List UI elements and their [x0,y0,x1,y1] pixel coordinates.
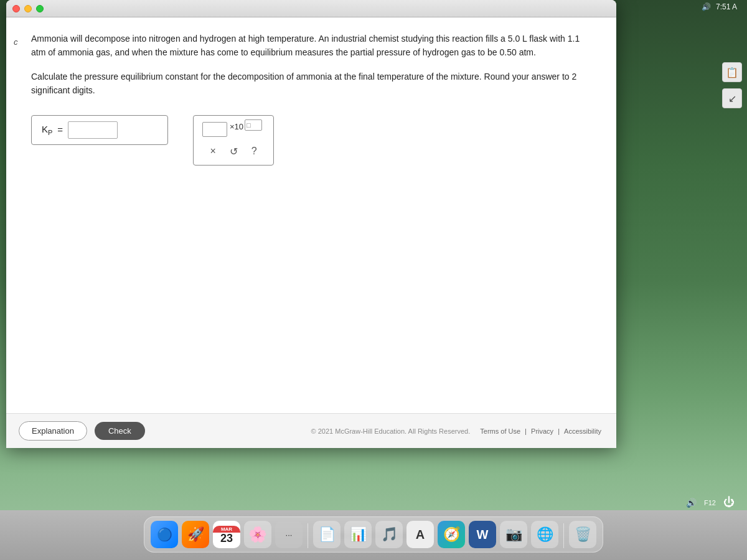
check-button[interactable]: Check [95,422,145,440]
calendar-month: MAR [213,526,240,533]
power-button[interactable]: ⏻ [723,496,735,509]
problem-label: c [14,37,18,47]
dock-item-more[interactable]: ··· [275,521,303,548]
explanation-button[interactable]: Explanation [19,421,87,441]
dock-item-camera[interactable]: 📷 [500,521,527,548]
dock-item-fontbook[interactable]: A [406,521,434,548]
answer-area: KP = ×10 × ↺ ? [31,115,591,166]
kp-subscript: P [48,129,52,136]
copyright-text: © 2021 McGraw-Hill Education. All Rights… [311,427,471,435]
accessibility-link[interactable]: Accessibility [564,427,601,435]
dock-item-chrome[interactable]: 🌐 [531,521,558,548]
window-minimize-button[interactable] [24,5,32,12]
kp-input-container: KP = [31,115,168,145]
sci-clear-button[interactable]: × [207,144,218,159]
sci-undo-button[interactable]: ↺ [227,144,240,159]
sci-exponent-input[interactable] [245,119,262,131]
calendar-day: 23 [220,533,233,544]
sci-notation-input-row: ×10 [202,122,265,137]
problem-main-text: Ammonia will decompose into nitrogen and… [31,32,591,59]
f12-label[interactable]: F12 [704,499,716,506]
dock-item-files[interactable]: 📄 [313,521,341,548]
sci-x10-label: ×10 [230,122,262,131]
window-titlebar [6,0,616,17]
dock-item-launchpad[interactable]: 🚀 [182,521,209,548]
problem-question-text: Calculate the pressure equilibrium const… [31,70,591,97]
sidebar-icon-back[interactable]: ↙ [722,88,742,108]
dock-item-barchart[interactable]: 📊 [344,521,372,548]
mac-window: c Ammonia will decompose into nitrogen a… [6,0,616,448]
dock: 🔵 🚀 MAR 23 🌸 ··· 📄 📊 🎵 A 🧭 W 📷 🌐 🗑️ [144,516,603,553]
copyright-links: Terms of Use | Privacy | Accessibility [477,427,604,435]
scientific-notation-box: ×10 × ↺ ? [193,115,274,166]
bottom-action-bar: Explanation Check © 2021 McGraw-Hill Edu… [6,413,616,448]
kp-equals-sign: = [57,124,63,135]
volume-icon: 🔊 [702,2,711,11]
kp-label: KP [42,124,52,136]
dock-item-calendar[interactable]: MAR 23 [213,521,240,548]
kp-answer-input[interactable] [68,121,118,139]
dock-item-music[interactable]: 🎵 [375,521,403,548]
dock-separator-2 [563,523,564,548]
sidebar-icons: 📋 ↙ [722,62,742,108]
terms-of-use-link[interactable]: Terms of Use [480,427,520,435]
volume-icon-bottom[interactable]: 🔊 [686,498,697,508]
bottom-right-controls: 🔊 F12 ⏻ [686,496,735,509]
sci-notation-buttons: × ↺ ? [202,144,265,159]
dock-separator [308,523,308,548]
dock-item-word[interactable]: W [469,521,496,548]
privacy-link[interactable]: Privacy [531,427,553,435]
window-content: c Ammonia will decompose into nitrogen a… [6,17,616,448]
status-time: 7:51 A [716,2,737,11]
sci-help-button[interactable]: ? [249,144,260,159]
window-close-button[interactable] [12,5,20,12]
sci-base-input[interactable] [202,122,227,137]
dock-item-trash[interactable]: 🗑️ [569,521,596,548]
dock-item-finder[interactable]: 🔵 [151,521,178,548]
status-bar: 🔊 7:51 A [622,0,747,14]
sidebar-icon-notes[interactable]: 📋 [722,62,742,82]
window-maximize-button[interactable] [36,5,44,12]
dock-item-safari[interactable]: 🧭 [438,521,465,548]
dock-item-photos[interactable]: 🌸 [244,521,271,548]
